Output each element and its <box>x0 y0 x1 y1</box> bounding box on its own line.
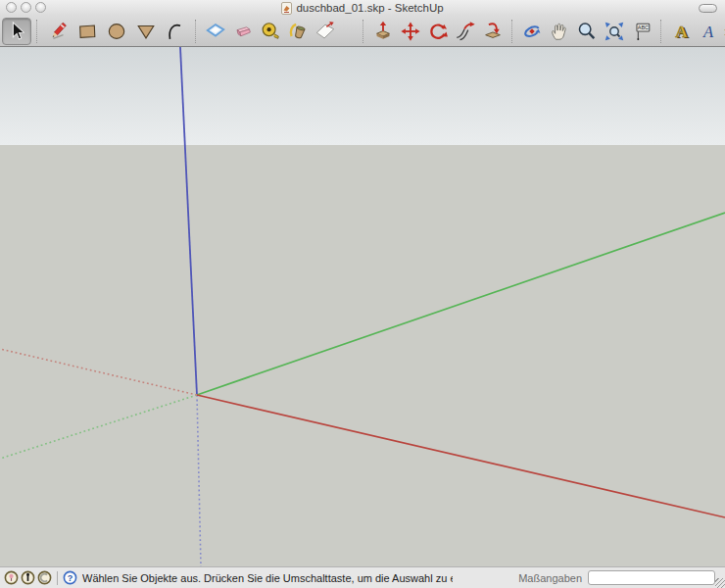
paint-bucket-icon <box>287 21 309 42</box>
pan-hand-icon <box>549 21 570 42</box>
title-bar[interactable]: duschbad_01.skp - SketchUp <box>0 0 725 16</box>
toolbar-separator <box>660 20 662 43</box>
toolbar-separator <box>195 20 197 43</box>
status-separator <box>57 571 58 585</box>
info-arrow-icon[interactable] <box>21 570 35 585</box>
toolbar-toggle-button[interactable] <box>699 4 717 13</box>
resize-grip[interactable] <box>715 578 725 588</box>
rectangle-tool-button[interactable] <box>72 18 102 45</box>
red-axis-solid <box>197 395 725 517</box>
crescent-icon[interactable] <box>37 570 52 585</box>
3d-text-tool-button[interactable]: A A <box>667 18 695 45</box>
follow-me-tool-button[interactable] <box>452 18 479 45</box>
blue-axis-solid <box>180 47 197 395</box>
help-icon[interactable]: ? <box>63 570 77 585</box>
select-tool-button[interactable] <box>2 18 31 45</box>
sketchup-file-icon <box>281 2 292 15</box>
toolbar: ABC A A A » <box>0 16 725 47</box>
select-cursor-icon <box>6 21 27 42</box>
rotate-tool-button[interactable] <box>424 18 452 45</box>
status-icons: ? <box>4 570 77 585</box>
paint-bucket-tool-button[interactable] <box>284 18 312 45</box>
toolbar-separator <box>36 20 38 43</box>
pencil-icon <box>47 21 69 42</box>
line-tool-button[interactable] <box>43 18 72 45</box>
rotate-icon <box>427 21 449 42</box>
zoom-button[interactable] <box>35 2 46 13</box>
tape-measure-icon <box>260 21 281 42</box>
blue-axis-dotted <box>197 395 201 566</box>
status-message: Wählen Sie Objekte aus. Drücken Sie die … <box>82 572 453 584</box>
toolbar-separator <box>362 20 364 43</box>
window-title-group: duschbad_01.skp - SketchUp <box>281 2 443 15</box>
component-tool-button[interactable] <box>202 18 229 45</box>
svg-text:?: ? <box>68 573 73 583</box>
push-pull-icon <box>372 21 394 42</box>
drawing-viewport[interactable] <box>0 47 725 566</box>
green-axis-dotted <box>0 395 197 459</box>
svg-text:A: A <box>675 21 688 40</box>
offset-tool-button[interactable] <box>479 18 507 45</box>
fonts-icon: A <box>698 21 719 42</box>
close-button[interactable] <box>6 2 17 13</box>
circle-icon <box>106 21 127 42</box>
drawing-axes <box>0 47 725 566</box>
fonts-tool-button[interactable]: A <box>695 18 722 45</box>
arc-tool-button[interactable] <box>161 18 190 45</box>
push-pull-tool-button[interactable] <box>369 18 397 45</box>
orbit-icon <box>521 21 543 42</box>
green-axis-solid <box>197 213 725 395</box>
offset-icon <box>482 21 504 42</box>
svg-text:A: A <box>702 22 714 40</box>
text-tool-button[interactable]: ABC <box>628 18 655 45</box>
window-controls <box>6 2 46 13</box>
circle-tool-button[interactable] <box>102 18 131 45</box>
section-plane-tool-button[interactable] <box>312 18 339 45</box>
follow-me-icon <box>455 21 476 42</box>
measurements-label: Maßangaben <box>518 572 582 584</box>
magnifier-icon <box>576 21 598 42</box>
text-tool-glyph: ABC <box>638 24 649 30</box>
measurements-input[interactable] <box>588 570 715 585</box>
polygon-tool-button[interactable] <box>131 18 161 45</box>
pan-tool-button[interactable] <box>546 18 573 45</box>
window-title: duschbad_01.skp - SketchUp <box>296 2 443 14</box>
eraser-icon <box>232 21 254 42</box>
location-pin-icon[interactable] <box>4 570 19 585</box>
eraser-tool-button[interactable] <box>229 18 257 45</box>
sketchup-window: duschbad_01.skp - SketchUp <box>0 0 725 588</box>
text-label-icon: ABC <box>631 21 652 42</box>
3d-text-icon: A A <box>670 21 692 42</box>
polygon-icon <box>135 21 157 42</box>
orbit-tool-button[interactable] <box>518 18 546 45</box>
minimize-button[interactable] <box>21 2 31 13</box>
status-bar: ? Wählen Sie Objekte aus. Drücken Sie di… <box>0 566 725 588</box>
component-icon <box>205 21 226 42</box>
arc-icon <box>165 21 186 42</box>
section-plane-icon <box>314 21 336 42</box>
toolbar-separator <box>511 20 513 43</box>
zoom-extents-icon <box>604 21 625 42</box>
red-axis-dotted <box>0 349 197 395</box>
move-icon <box>400 21 421 42</box>
move-tool-button[interactable] <box>397 18 424 45</box>
zoom-extents-tool-button[interactable] <box>601 18 628 45</box>
zoom-tool-button[interactable] <box>573 18 601 45</box>
rectangle-icon <box>76 21 98 42</box>
tape-measure-tool-button[interactable] <box>257 18 284 45</box>
